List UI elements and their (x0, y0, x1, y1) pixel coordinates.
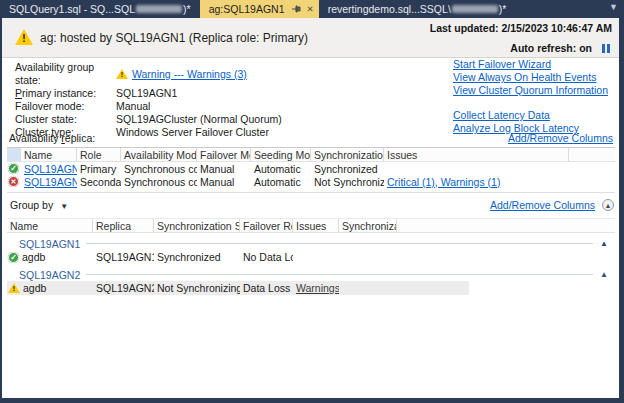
detail-value-cluster-type: Windows Server Failover Cluster (116, 126, 282, 139)
group-header-row[interactable]: SQL19AGN2 ▲ (7, 268, 615, 281)
group-header-row[interactable]: SQL19AGN1 ▲ (7, 237, 615, 250)
detail-value-primary-instance: SQL19AGN1 (116, 87, 282, 100)
tab-label-suffix: )* (499, 3, 507, 15)
replica-table-header: Name Role Availability Mode Failover Mod… (7, 147, 615, 162)
add-remove-columns-link[interactable]: Add/Remove Columns (490, 199, 595, 211)
database-table-header: Name Replica Synchronization State Failo… (7, 218, 615, 233)
redacted-text (452, 5, 498, 13)
detail-label: Availability group state: (15, 61, 116, 87)
group-by-dropdown[interactable]: Group by ▼ (10, 199, 68, 211)
document-tab-bar: SQLQuery1.sql - SQ...SQL)* ag:SQL19AGN1 … (0, 0, 624, 18)
action-links: Start Failover Wizard View Always On Hea… (453, 58, 608, 135)
warnings-link[interactable]: Warning --- Warnings (3) (132, 68, 247, 81)
status-icon (8, 252, 19, 263)
start-failover-wizard-link[interactable]: Start Failover Wizard (453, 58, 608, 71)
replica-link[interactable]: SQL19AGN1 (24, 163, 77, 175)
column-header[interactable]: Seeding Mode (251, 148, 311, 161)
pin-icon[interactable] (292, 5, 301, 14)
column-header[interactable]: Synchronizatio... (339, 219, 397, 232)
group-by-toolbar: Group by ▼ Add/Remove Columns ▲ (10, 198, 614, 212)
add-remove-columns-link[interactable]: Add/Remove Columns (508, 132, 613, 144)
status-icon (8, 176, 19, 187)
dashboard-header: ag: hosted by SQL19AGN1 (Replica role: P… (2, 18, 619, 58)
table-row[interactable]: agdb SQL19AGN1 Synchronized No Data Loss (7, 250, 615, 264)
tab-revertingdemo[interactable]: revertingdemo.sql...SSQL\)* (319, 0, 516, 18)
status-column-header (7, 148, 21, 161)
column-header[interactable]: Availability Mode (121, 148, 197, 161)
tab-ag-sql19agn1[interactable]: ag:SQL19AGN1 ✕ (200, 0, 319, 18)
database-table: Name Replica Synchronization State Failo… (7, 218, 615, 295)
detail-value-failover-mode: Manual (116, 100, 282, 113)
pause-icon[interactable] (600, 43, 610, 55)
tab-label: ag:SQL19AGN1 (209, 3, 285, 15)
detail-value-group-state: Warning --- Warnings (3) (116, 61, 282, 87)
column-header[interactable]: Synchronization State (154, 219, 240, 232)
warning-icon (15, 29, 33, 45)
tab-label-suffix: )* (183, 3, 191, 15)
detail-label: Failover mode: (15, 100, 116, 113)
column-header[interactable]: Failover Readi... (240, 219, 293, 232)
last-updated-text: Last updated: 2/15/2023 10:46:47 AM (430, 22, 612, 34)
view-health-events-link[interactable]: View Always On Health Events (453, 71, 608, 84)
replica-link[interactable]: SQL19AGN2 (24, 176, 77, 188)
page-title: ag: hosted by SQL19AGN1 (Replica role: P… (40, 31, 308, 45)
replica-table: Name Role Availability Mode Failover Mod… (7, 147, 615, 193)
tab-label: SQLQuery1.sql - SQ...SQL (9, 3, 135, 15)
ssms-window: SQLQuery1.sql - SQ...SQL)* ag:SQL19AGN1 … (0, 0, 624, 403)
detail-value-cluster-state: SQL19AGCluster (Normal Quorum) (116, 113, 282, 126)
column-header[interactable]: Synchronization State (311, 148, 384, 161)
ag-details: Availability group state: Warning --- Wa… (15, 61, 282, 139)
column-header[interactable]: Role (77, 148, 121, 161)
close-icon[interactable]: ✕ (307, 4, 314, 14)
tab-list-chevron-icon[interactable]: ▼ (609, 2, 618, 12)
warning-icon (116, 69, 128, 79)
view-quorum-info-link[interactable]: View Cluster Quorum Information (453, 84, 608, 97)
collapse-group-icon[interactable]: ▲ (600, 239, 608, 248)
column-header[interactable]: Replica (93, 219, 154, 232)
table-row-selected[interactable]: agdb SQL19AGN2 Not Synchronizing Data Lo… (7, 281, 469, 295)
column-header[interactable]: Issues (384, 148, 569, 161)
status-icon (8, 283, 20, 293)
auto-refresh-label: Auto refresh: on (510, 42, 592, 54)
tab-sqlquery1[interactable]: SQLQuery1.sql - SQ...SQL)* (0, 0, 200, 18)
issues-link[interactable]: Critical (1), Warnings (1) (387, 176, 500, 188)
column-header[interactable]: Name (7, 219, 93, 232)
status-icon (8, 163, 19, 174)
column-header[interactable]: Name (21, 148, 77, 161)
warnings-link[interactable]: Warnings ... (296, 282, 339, 294)
detail-label: Primary instance: (15, 87, 116, 100)
redacted-text (136, 5, 182, 13)
column-header[interactable]: Failover Mode (197, 148, 251, 161)
collect-latency-data-link[interactable]: Collect Latency Data (453, 109, 608, 122)
table-row[interactable]: SQL19AGN2 Secondary Synchronous commit M… (7, 175, 615, 188)
replica-section-label: Availability replica: (9, 132, 95, 144)
detail-label: Cluster state: (15, 113, 116, 126)
collapse-group-icon[interactable]: ▲ (600, 270, 608, 279)
collapse-panel-button[interactable]: ▲ (602, 199, 614, 211)
table-row[interactable]: SQL19AGN1 Primary Synchronous commit Man… (7, 162, 615, 175)
column-header[interactable]: Issues (293, 219, 339, 232)
tab-label: revertingdemo.sql...SSQL\ (328, 3, 451, 15)
chevron-down-icon: ▼ (60, 202, 68, 211)
dashboard-panel: ag: hosted by SQL19AGN1 (Replica role: P… (2, 18, 619, 398)
